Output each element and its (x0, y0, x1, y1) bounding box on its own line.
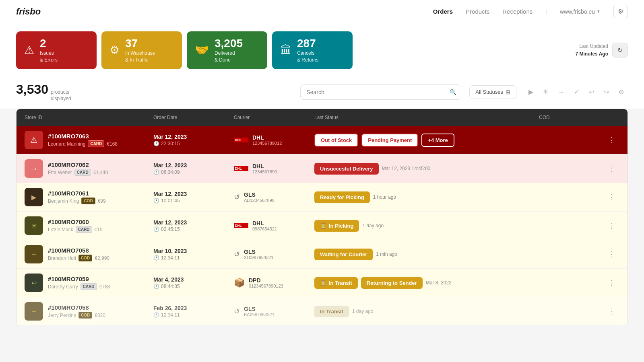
order-cell: → #100MRO7062 Etta Weber CARD €1,440 (25, 159, 153, 178)
status-badge-waiting[interactable]: Waiting for Courier (314, 249, 373, 260)
grid-icon: ⊞ (506, 89, 510, 95)
settings-button[interactable]: ⚙ (613, 5, 628, 18)
order-cell: ▶ #100MRO7061 Benjamin King COD €99 (25, 188, 153, 206)
table-row: ▶ #100MRO7061 Benjamin King COD €99 Mar … (17, 183, 627, 212)
courier-code: 210987654321 (244, 255, 273, 260)
courier-cell: DHL DHL 1234567890 (234, 163, 314, 174)
stat-card-warehouse[interactable]: ⚙ 37 In Warehouse & In Traffic (101, 31, 182, 69)
row-menu-button[interactable]: ⋮ (603, 191, 619, 203)
status-badge-more[interactable]: +4 More (421, 134, 454, 147)
status-time-text: 1 day ago (362, 223, 384, 228)
orders-table: Store ID Order Date Courier Last Status … (16, 109, 628, 326)
nav-receptions[interactable]: Receptions (502, 8, 533, 15)
courier-info: GLS AB1234567890 (244, 191, 275, 203)
check-action-button[interactable]: ✓ (570, 85, 583, 99)
payment-badge: CARD (80, 283, 97, 290)
stat-number-cancels: 287 Cancels & Returns (297, 37, 318, 64)
order-info: #100MRO7060 Lizzie Mack CARD €15 (48, 218, 103, 233)
stat-card-cancels[interactable]: 🏛 287 Cancels & Returns (272, 31, 353, 69)
date-cell: Mar 12, 2023 🕐 22:30:15 (153, 134, 234, 146)
order-icon: ✳ (25, 216, 43, 235)
courier-info: DHL 123456789012 (252, 134, 282, 146)
refresh-button[interactable]: ↻ (612, 43, 628, 58)
status-date-text: Mar 8, 2022 (426, 280, 452, 286)
courier-code: 01234567890123 (249, 284, 283, 288)
payment-badge: COD (78, 312, 92, 319)
date-cell: Mar 4, 2023 🕐 08:44:35 (153, 276, 234, 289)
search-input[interactable] (300, 84, 461, 100)
order-info: #100MRO7059 Dorothy Curry CARD €768 (48, 276, 110, 290)
order-cell: ✳ #100MRO7060 Lizzie Mack CARD €15 (25, 216, 153, 235)
order-date: Mar 10, 2023 (153, 248, 234, 254)
chevron-down-icon: ▼ (597, 9, 601, 14)
order-date: Mar 4, 2023 (153, 276, 234, 283)
row-menu-button[interactable]: ⋮ (603, 220, 619, 232)
status-badge-picking[interactable]: ⏳ In Picking (314, 220, 359, 232)
stats-bar: ⚠ 2 Issues & Errors ⚙ 37 In Warehouse & … (0, 23, 644, 77)
th-last-status: Last Status (314, 115, 539, 120)
payment-badge: COD (78, 255, 92, 261)
nav-products[interactable]: Products (466, 8, 489, 15)
status-badge-out-of-stock[interactable]: Out of Stock (314, 134, 358, 147)
status-badge-transit[interactable]: ⏳ In Transit (314, 277, 358, 289)
nav: Orders Products Receptions | www.frisbo.… (433, 5, 628, 18)
th-cod: COD (539, 115, 603, 120)
courier-cell: ↺ GLS BA0987654321 (234, 306, 314, 317)
order-time: 🕐 12:34:11 (153, 312, 234, 318)
row-menu-button[interactable]: ⋮ (603, 134, 619, 146)
nav-separator: | (545, 8, 547, 15)
courier-info: DHL 1234567890 (252, 163, 277, 174)
dhl-icon: DHL (234, 165, 248, 172)
play-action-button[interactable]: ▶ (524, 85, 537, 99)
dpd-icon: 📦 (234, 278, 245, 288)
status-badge-unsuccessful[interactable]: Unsuccesful Delivery (314, 163, 379, 175)
order-cell: → #100MRO7058 Jerry Perkins COD €320 (25, 302, 153, 321)
order-time: 🕐 12:34:11 (153, 255, 234, 261)
order-icon: → (25, 302, 43, 321)
order-icon: → (25, 159, 43, 178)
status-time-text: 1 day ago (352, 309, 374, 314)
gls-icon: ↺ (234, 307, 240, 316)
refresh-text: Last Updated 7 Minutes Ago (575, 43, 608, 58)
row-menu-button[interactable]: ⋮ (603, 305, 619, 317)
row-menu-button[interactable]: ⋮ (603, 277, 619, 289)
row-menu-button[interactable]: ⋮ (603, 162, 619, 175)
stat-card-issues[interactable]: ⚠ 2 Issues & Errors (16, 31, 97, 69)
order-customer: Brandon Holt COD €2,990 (48, 255, 109, 261)
status-cell: In Transit 1 day ago (314, 306, 539, 317)
all-statuses-button[interactable]: All Statuses ⊞ (469, 85, 516, 99)
order-info: #100MRO7062 Etta Weber CARD €1,440 (48, 161, 108, 176)
gear-icon: ⚙ (109, 43, 120, 57)
order-time: 🕐 10:01:45 (153, 198, 234, 204)
courier-code: BA0987654321 (244, 312, 275, 317)
status-badge-transit-gray[interactable]: In Transit (314, 306, 349, 317)
courier-cell: DHL DHL 0987654321 (234, 220, 314, 231)
arrow-right-action-button[interactable]: → (554, 85, 568, 99)
date-cell: Mar 12, 2023 🕐 06:34:09 (153, 162, 234, 175)
order-customer: Lizzie Mack CARD €15 (48, 226, 103, 233)
nav-domain[interactable]: www.frisbo.eu ▼ (560, 8, 601, 15)
warning-icon: ⚠ (24, 43, 34, 57)
star-action-button[interactable]: ✳ (539, 85, 552, 99)
courier-cell: ↺ GLS AB1234567890 (234, 191, 314, 203)
courier-name: GLS (244, 306, 275, 312)
search-box: 🔍 (300, 84, 461, 100)
courier-info: GLS BA0987654321 (244, 306, 275, 317)
status-cell: Out of Stock Pending Payment +4 More (314, 134, 539, 147)
status-badge-ready[interactable]: Ready for Picking (314, 191, 370, 203)
status-time-text: 1 hour ago (373, 194, 396, 200)
status-badge-pending[interactable]: Pending Payment (361, 134, 418, 147)
return-action-button[interactable]: ↩ (585, 85, 598, 99)
order-customer: Jerry Perkins COD €320 (48, 312, 105, 319)
row-menu-button[interactable]: ⋮ (603, 248, 619, 260)
date-cell: Mar 12, 2023 🕐 10:01:45 (153, 191, 234, 204)
gls-icon: ↺ (234, 250, 240, 259)
order-info: #100MRO7063 Leonard Manning CARD €168 (48, 133, 118, 147)
nav-orders[interactable]: Orders (433, 8, 453, 15)
table-row: → #100MRO7058 Brandon Holt COD €2,990 Ma… (17, 240, 627, 269)
status-badge-returning[interactable]: Returning to Sender (361, 277, 423, 289)
order-date: Mar 12, 2023 (153, 191, 234, 197)
stat-card-delivered[interactable]: 🤝 3,205 Delivered & Done (187, 31, 267, 69)
clock-action-button[interactable]: ⊘ (615, 85, 628, 99)
return2-action-button[interactable]: ↪ (600, 85, 613, 99)
